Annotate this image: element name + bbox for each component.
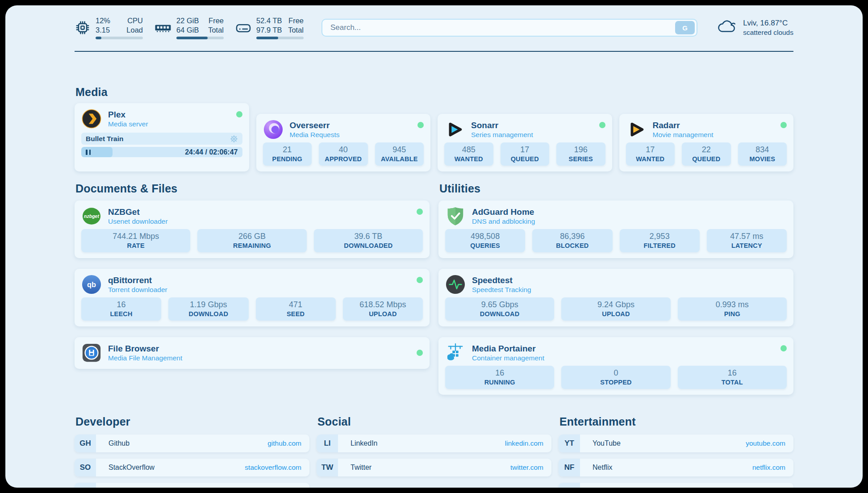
stat-pill-movies: 834 MOVIES (738, 142, 787, 166)
cpu-load-label: Load (126, 25, 143, 35)
bookmark-linkedin[interactable]: LI LinkedIn linkedin.com (317, 435, 551, 452)
sonarr-card[interactable]: Sonarr Series management 485 WANTED 17 Q… (438, 114, 612, 171)
stat-pill-downloaded: 39.6 TB DOWNLOADED (314, 229, 423, 252)
plex-title: Plex (108, 109, 148, 120)
bookmark-name: Github (108, 439, 129, 447)
bookmark-abbr: LI (317, 435, 338, 452)
speedtest-card[interactable]: Speedtest Speedtest Tracking 9.65 Gbps D… (438, 269, 793, 326)
section-title-developer: Developer (75, 415, 309, 428)
bookmark-youtube[interactable]: YT YouTube youtube.com (559, 435, 793, 452)
qbittorrent-icon: qb (81, 274, 102, 295)
stat-pill-download: 9.65 Gbps DOWNLOAD (445, 297, 554, 321)
bookmark-name: LinkedIn (351, 439, 378, 447)
svg-text:nzbget: nzbget (84, 213, 99, 219)
weather-location: Lviv, 16.87°C (743, 19, 793, 28)
sonarr-subtitle: Series management (471, 130, 533, 139)
storage-stat: 52.4 TB 97.9 TB Free Total (235, 16, 304, 39)
adguard-icon (445, 206, 466, 226)
bookmark-dev[interactable]: DT DEV dev.to (75, 483, 309, 488)
bookmark-url: linkedin.com (505, 439, 543, 447)
nzbget-title: NZBGet (108, 207, 168, 217)
qbittorrent-card[interactable]: qb qBittorrent Torrent downloader 16 LEE… (75, 269, 430, 326)
stat-pill-total: 16 TOTAL (678, 366, 787, 389)
speedtest-icon (445, 274, 466, 295)
portainer-title: Media Portainer (472, 343, 544, 354)
portainer-card[interactable]: Media Portainer Container management 16 … (438, 337, 793, 395)
sonarr-icon (444, 119, 465, 140)
stat-pill-available: 945 AVAILABLE (375, 142, 424, 166)
pause-icon (86, 150, 91, 155)
cpu-stat: 12% 3.15 CPU Load (75, 16, 143, 39)
disk-progress-bar (256, 37, 304, 39)
section-title-utilities: Utilities (439, 182, 793, 195)
plex-icon (81, 109, 102, 129)
weather-condition: scattered clouds (743, 29, 793, 37)
stat-pill-queued: 22 QUEUED (682, 142, 731, 166)
stat-pill-queued: 17 QUEUED (501, 142, 550, 166)
filebrowser-card[interactable]: File Browser Media File Management (75, 337, 430, 369)
plex-card[interactable]: Plex Media server Bullet Train (75, 103, 249, 171)
disk-total-label: Total (288, 25, 304, 35)
stat-pill-filtered: 2,953 FILTERED (620, 229, 700, 252)
stat-pill-download: 1.19 Gbps DOWNLOAD (168, 297, 248, 321)
sonarr-title: Sonarr (471, 120, 533, 130)
bookmark-netflix[interactable]: NF Netflix netflix.com (559, 459, 793, 476)
cpu-usage-value: 12% (96, 16, 110, 25)
bookmark-stackoverflow[interactable]: SO StackOverflow stackoverflow.com (75, 459, 309, 476)
filebrowser-title: File Browser (108, 343, 182, 354)
now-playing-title: Bullet Train (86, 135, 123, 143)
portainer-subtitle: Container management (472, 354, 544, 363)
system-stats: 12% 3.15 CPU Load (75, 16, 304, 39)
stat-pill-approved: 40 APPROVED (319, 142, 368, 166)
radarr-status-online-dot (780, 122, 787, 128)
bookmark-name: YouTube (593, 439, 621, 447)
dashboard-page: 12% 3.15 CPU Load (5, 5, 863, 488)
cpu-load-value: 3.15 (96, 25, 110, 35)
plex-subtitle: Media server (108, 120, 148, 129)
nzbget-card[interactable]: nzbget NZBGet Usenet downloader 744.21 M… (75, 201, 430, 258)
gear-icon[interactable] (230, 135, 238, 143)
now-playing-row: Bullet Train (81, 133, 242, 145)
bookmark-abbr: TW (317, 459, 338, 476)
bookmark-twitter[interactable]: TW Twitter twitter.com (317, 459, 551, 476)
stat-pill-leech: 16 LEECH (81, 297, 161, 321)
bookmark-abbr: YT (559, 435, 580, 452)
radarr-card[interactable]: Radarr Movie management 17 WANTED 22 QUE… (619, 114, 794, 171)
ram-progress-bar (176, 37, 224, 39)
adguard-card[interactable]: AdGuard Home DNS and adblocking 498,508 … (438, 201, 793, 258)
section-title-entertainment: Entertainment (559, 415, 793, 428)
memory-stat: 22 GiB 64 GiB Free Total (154, 16, 224, 39)
radarr-icon (626, 119, 647, 140)
bookmark-url: youtube.com (746, 439, 785, 447)
bookmark-abbr: RE (559, 483, 580, 488)
bookmarks-entertainment: Entertainment YT YouTube youtube.com NF … (559, 415, 793, 488)
search-engine-button[interactable]: G (675, 21, 695, 34)
bookmark-url: github.com (267, 439, 301, 447)
topbar: 12% 3.15 CPU Load (75, 16, 793, 39)
playback-progress-bar: 24:44 / 02:06:47 (81, 147, 242, 157)
bookmarks-developer: Developer GH Github github.com SO StackO… (75, 415, 309, 488)
cpu-icon (75, 20, 91, 36)
stat-pill-queries: 498,508 QUERIES (445, 229, 525, 252)
bookmark-abbr: NF (559, 459, 580, 476)
overseerr-status-online-dot (417, 122, 424, 128)
cloud-icon (717, 19, 738, 37)
disk-total-value: 97.9 TB (256, 25, 282, 35)
ram-free-value: 22 GiB (176, 16, 199, 25)
stat-pill-blocked: 86,396 BLOCKED (532, 229, 612, 252)
stat-pill-ping: 0.993 ms PING (678, 297, 787, 321)
bookmark-url: stackoverflow.com (245, 464, 301, 472)
search-input[interactable] (322, 20, 675, 36)
bookmark-url: netflix.com (752, 464, 785, 472)
ram-free-label: Free (208, 16, 224, 25)
bookmark-github[interactable]: GH Github github.com (75, 435, 309, 452)
bookmark-reddit[interactable]: RE Reddit reddit.com (559, 483, 793, 488)
adguard-title: AdGuard Home (472, 207, 535, 217)
documents-column: Documents & Files nzbget NZBGet Usenet d… (75, 182, 430, 395)
section-title-media: Media (75, 86, 793, 99)
nzbget-subtitle: Usenet downloader (108, 217, 168, 226)
portainer-icon (445, 343, 466, 363)
overseerr-card[interactable]: Overseerr Media Requests 21 PENDING 40 A… (256, 114, 431, 171)
nzbget-status-online-dot (417, 209, 423, 215)
ram-total-label: Total (208, 25, 224, 35)
